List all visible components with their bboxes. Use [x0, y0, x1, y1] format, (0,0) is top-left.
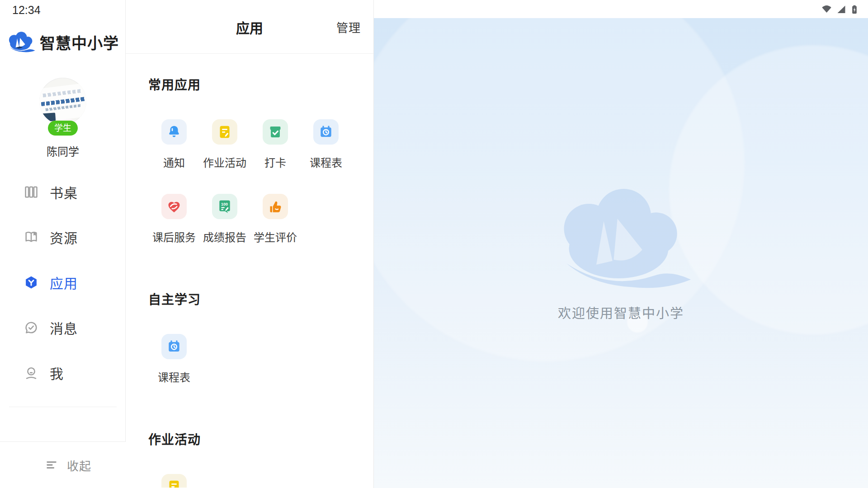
- clipboard-pencil-icon: [212, 119, 237, 145]
- welcome-message: 欢迎使用智慧中小学: [374, 303, 868, 322]
- sidebar-item-label: 我: [50, 363, 64, 383]
- app-grid: 作业活动: [149, 474, 373, 488]
- app-shortcut[interactable]: 100成绩报告: [199, 194, 250, 244]
- bookshelf-icon: [24, 184, 39, 200]
- app-label: 学生评价: [250, 229, 301, 244]
- app-label: 打卡: [250, 154, 301, 170]
- sidebar: 12:34 智慧中小学: [0, 0, 126, 488]
- app-shortcut[interactable]: 学生评价: [250, 194, 301, 244]
- cloud-book-logo-icon: [5, 31, 36, 53]
- avatar[interactable]: [39, 78, 86, 125]
- sidebar-item-label: 书桌: [50, 182, 78, 202]
- battery-charging-icon: [850, 4, 859, 15]
- apps-panel: 应用 管理 常用应用通知作业活动打卡课程表课后服务100成绩报告学生评价自主学习…: [126, 0, 374, 488]
- welcome-background: 欢迎使用智慧中小学: [374, 18, 868, 488]
- brand-name: 智慧中小学: [40, 31, 119, 53]
- app-label: 作业活动: [199, 154, 250, 170]
- student-role-badge: 学生: [48, 121, 78, 136]
- bell-icon: [161, 119, 187, 145]
- status-time: 12:34: [12, 4, 41, 17]
- svg-text:100: 100: [221, 202, 228, 206]
- apps-panel-header: 应用 管理: [126, 0, 373, 54]
- manage-button[interactable]: 管理: [336, 0, 361, 54]
- collapse-label: 收起: [67, 457, 91, 474]
- sidebar-item-me[interactable]: 我: [0, 350, 126, 395]
- app-shortcut[interactable]: 通知: [149, 119, 199, 170]
- sidebar-item-label: 资源: [50, 227, 78, 247]
- welcome-panel: 欢迎使用智慧中小学: [374, 0, 868, 488]
- open-book-icon: [24, 230, 39, 245]
- sidebar-item-desk[interactable]: 书桌: [0, 169, 126, 215]
- cellular-signal-icon: [836, 4, 847, 15]
- app-label: 课后服务: [149, 229, 199, 244]
- hexagon-apps-icon: [24, 275, 39, 290]
- checkbox-icon: [263, 119, 288, 145]
- section-title: 常用应用: [148, 75, 373, 93]
- sidebar-item-resources[interactable]: 资源: [0, 215, 126, 260]
- clipboard-pencil-icon: [161, 474, 187, 488]
- app-shortcut[interactable]: 作业活动: [199, 119, 250, 170]
- sidebar-item-apps[interactable]: 应用: [0, 260, 126, 305]
- collapse-lines-icon: [45, 459, 58, 471]
- profile-card: 学生 陈同学: [0, 78, 126, 159]
- calendar-clock-icon: [161, 334, 187, 359]
- sidebar-item-label: 消息: [50, 318, 78, 338]
- chat-check-icon: [24, 320, 39, 335]
- section-title: 作业活动: [148, 430, 373, 448]
- wifi-icon: [821, 4, 833, 15]
- brand: 智慧中小学: [5, 31, 119, 53]
- calendar-clock-icon: [313, 119, 339, 145]
- sidebar-nav: 书桌资源应用消息我表现: [0, 169, 126, 395]
- section-title: 自主学习: [148, 290, 373, 308]
- report-100-icon: 100: [212, 194, 237, 219]
- sidebar-item-label: 应用: [50, 272, 78, 292]
- apps-sections: 常用应用通知作业活动打卡课程表课后服务100成绩报告学生评价自主学习课程表作业活…: [126, 54, 373, 488]
- app-shortcut[interactable]: 课程表: [301, 119, 351, 170]
- sidebar-item-messages[interactable]: 消息: [0, 305, 126, 350]
- avatar-poster-image: [39, 83, 86, 123]
- person-icon: [24, 365, 39, 380]
- app-shortcut[interactable]: 打卡: [250, 119, 301, 170]
- heart-hands-icon: [161, 194, 187, 219]
- app-shortcut[interactable]: 课程表: [149, 334, 199, 385]
- app-screen: 12:34 智慧中小学: [0, 0, 868, 488]
- app-label: 通知: [149, 154, 199, 170]
- app-shortcut[interactable]: 课后服务: [149, 194, 199, 244]
- app-label: 成绩报告: [199, 229, 250, 244]
- thumbs-up-icon: [263, 194, 288, 219]
- app-grid: 通知作业活动打卡课程表课后服务100成绩报告学生评价: [149, 119, 373, 244]
- app-label: 课程表: [149, 369, 199, 385]
- profile-name: 陈同学: [0, 143, 126, 159]
- app-label: 课程表: [301, 154, 351, 170]
- status-icons: [821, 4, 859, 15]
- collapse-button[interactable]: 收起: [0, 441, 126, 488]
- sidebar-divider: [9, 407, 117, 407]
- app-shortcut[interactable]: 作业活动: [149, 474, 199, 488]
- cloud-book-watermark: [547, 186, 696, 291]
- app-grid: 课程表: [149, 334, 373, 385]
